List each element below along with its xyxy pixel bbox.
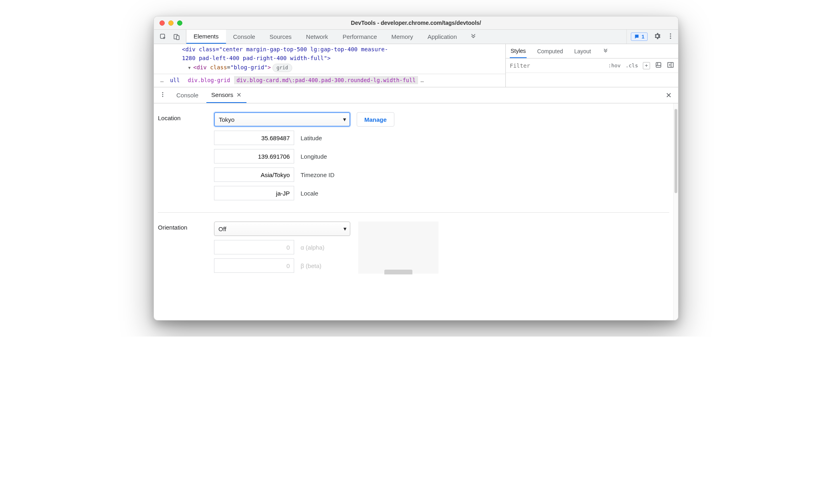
breadcrumb-seg-2[interactable]: div.blog-card.md\:pad-400.pad-300.rounde… (234, 76, 418, 84)
tab-performance[interactable]: Performance (335, 30, 384, 44)
scrollbar-thumb[interactable] (674, 109, 677, 193)
drawer-menu-icon[interactable] (157, 91, 168, 99)
maximize-icon[interactable] (177, 20, 182, 26)
locale-label: Locale (301, 190, 318, 197)
tab-sources[interactable]: Sources (263, 30, 299, 44)
latitude-input[interactable] (214, 131, 294, 145)
svg-point-3 (670, 33, 671, 34)
svg-rect-6 (656, 62, 661, 67)
styles-filter-input[interactable] (510, 62, 603, 69)
close-icon[interactable] (160, 20, 165, 26)
svg-point-4 (670, 36, 671, 37)
latitude-label: Latitude (301, 135, 322, 141)
svg-point-5 (670, 38, 671, 39)
locale-input[interactable] (214, 186, 294, 200)
elements-panel: <div class="center margin-gap-top-500 lg… (154, 44, 506, 87)
more-icon[interactable] (667, 32, 674, 41)
orientation-select-value: Off (218, 226, 226, 232)
drawer-close-icon[interactable]: ✕ (662, 91, 675, 100)
location-label: Location (158, 112, 214, 121)
svg-point-8 (162, 92, 164, 93)
beta-label: β (beta) (301, 262, 321, 269)
styles-tab-computed[interactable]: Computed (536, 44, 564, 58)
orientation-label: Orientation (158, 222, 214, 231)
orientation-select[interactable]: Off ▾ (214, 222, 350, 236)
orientation-preview (358, 222, 438, 274)
chevron-down-icon: ▾ (343, 116, 346, 123)
tab-network[interactable]: Network (299, 30, 335, 44)
hov-toggle[interactable]: :hov (608, 62, 620, 69)
beta-input (214, 258, 294, 273)
timezone-label: Timezone ID (301, 171, 334, 178)
styles-panel: Styles Computed Layout :hov .cls + (506, 44, 678, 87)
tab-console[interactable]: Console (226, 30, 263, 44)
inspect-element-icon[interactable] (160, 33, 167, 40)
window-title: DevTools - developer.chrome.com/tags/dev… (154, 20, 678, 26)
flex-overlay-icon[interactable] (655, 61, 662, 70)
settings-icon[interactable] (653, 32, 661, 41)
computed-sidebar-icon[interactable] (667, 61, 674, 70)
timezone-input[interactable] (214, 167, 294, 182)
drawer-scrollbar[interactable] (673, 103, 678, 320)
styles-tabs-overflow-icon[interactable] (602, 44, 610, 58)
tab-elements[interactable]: Elements (186, 30, 226, 44)
tab-application[interactable]: Application (420, 30, 464, 44)
svg-point-10 (162, 96, 164, 97)
longitude-input[interactable] (214, 149, 294, 163)
issues-badge[interactable]: 1 (631, 32, 648, 41)
drawer-header: Console Sensors ✕ ✕ (154, 87, 678, 103)
location-select-value: Tokyo (219, 116, 234, 123)
svg-point-9 (162, 94, 164, 95)
devtools-window: DevTools - developer.chrome.com/tags/dev… (153, 16, 679, 321)
tabs-overflow-icon[interactable] (464, 33, 483, 40)
manage-button[interactable]: Manage (357, 112, 394, 127)
breadcrumb-ellipsis-right[interactable]: … (418, 77, 426, 83)
svg-rect-2 (176, 36, 179, 40)
traffic-lights (154, 20, 182, 26)
breadcrumb-ellipsis-left[interactable]: … (158, 77, 166, 83)
issues-count: 1 (642, 34, 644, 40)
drawer-tab-console[interactable]: Console (172, 87, 203, 103)
drawer-tab-sensors[interactable]: Sensors ✕ (206, 87, 246, 103)
main-toolbar: Elements Console Sources Network Perform… (154, 30, 678, 44)
alpha-label: α (alpha) (301, 244, 325, 251)
minimize-icon[interactable] (168, 20, 174, 26)
titlebar: DevTools - developer.chrome.com/tags/dev… (154, 16, 678, 30)
new-style-rule-icon[interactable]: + (643, 62, 650, 69)
sensors-panel: Location Tokyo ▾ Manage Latitude (154, 103, 673, 320)
styles-tab-layout[interactable]: Layout (574, 44, 592, 58)
cls-toggle[interactable]: .cls (626, 62, 638, 69)
drawer-tab-sensors-label: Sensors (211, 91, 233, 98)
breadcrumb[interactable]: … ull div.blog-grid div.blog-card.md\:pa… (154, 74, 505, 87)
section-divider (158, 212, 669, 213)
tab-memory[interactable]: Memory (384, 30, 420, 44)
location-select[interactable]: Tokyo ▾ (214, 112, 350, 127)
device-toggle-icon[interactable] (173, 33, 180, 40)
grid-chip[interactable]: grid (273, 64, 292, 72)
dom-tree[interactable]: <div class="center margin-gap-top-500 lg… (154, 44, 505, 74)
longitude-label: Longitude (301, 153, 327, 160)
alpha-input (214, 240, 294, 254)
drawer-tab-close-icon[interactable]: ✕ (236, 91, 242, 99)
breadcrumb-seg-0[interactable]: ull (166, 77, 184, 83)
styles-tab-styles[interactable]: Styles (510, 44, 527, 58)
chevron-down-icon: ▾ (343, 225, 347, 232)
svg-rect-7 (668, 62, 673, 67)
breadcrumb-seg-1[interactable]: div.blog-grid (184, 77, 234, 83)
